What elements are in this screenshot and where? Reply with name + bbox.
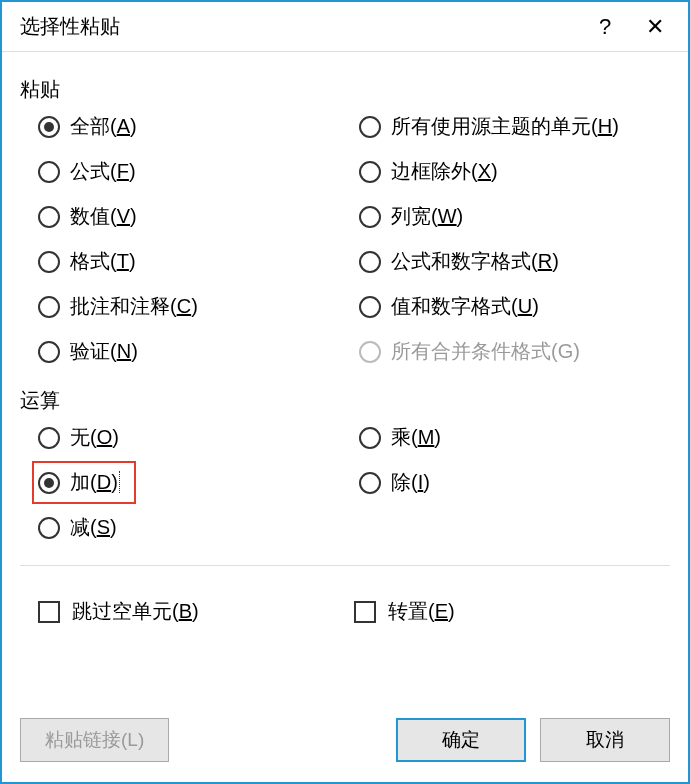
radio-paste-formats[interactable]: 格式(T) bbox=[38, 248, 349, 275]
help-icon: ? bbox=[599, 14, 611, 40]
radio-paste-formulas[interactable]: 公式(F) bbox=[38, 158, 349, 185]
radio-paste-validation[interactable]: 验证(N) bbox=[38, 338, 349, 365]
radio-paste-all[interactable]: 全部(A) bbox=[38, 113, 349, 140]
radio-paste-except-borders[interactable]: 边框除外(X) bbox=[359, 158, 670, 185]
radio-label: 格式(T) bbox=[70, 248, 136, 275]
radio-label: 无(O) bbox=[70, 424, 119, 451]
radio-label: 批注和注释(C) bbox=[70, 293, 198, 320]
radio-label: 全部(A) bbox=[70, 113, 137, 140]
radio-label: 值和数字格式(U) bbox=[391, 293, 539, 320]
checkbox-label: 跳过空单元(B) bbox=[72, 598, 199, 625]
radio-label: 所有使用源主题的单元(H) bbox=[391, 113, 619, 140]
paste-link-button: 粘贴链接(L) bbox=[20, 718, 169, 762]
radio-icon bbox=[359, 472, 381, 494]
checkbox-icon bbox=[38, 601, 60, 623]
radio-icon bbox=[38, 427, 60, 449]
radio-op-none[interactable]: 无(O) bbox=[38, 424, 349, 451]
radio-paste-source-theme[interactable]: 所有使用源主题的单元(H) bbox=[359, 113, 670, 140]
radio-icon bbox=[359, 427, 381, 449]
close-icon: ✕ bbox=[646, 14, 664, 40]
radio-icon bbox=[38, 517, 60, 539]
checkbox-row: 跳过空单元(B) 转置(E) bbox=[20, 598, 670, 625]
radio-icon bbox=[38, 251, 60, 273]
radio-icon bbox=[359, 116, 381, 138]
checkbox-transpose[interactable]: 转置(E) bbox=[354, 598, 670, 625]
paste-special-dialog: 选择性粘贴 ? ✕ 粘贴 全部(A) 所有使用源主题的单元(H) 公式(F) 边… bbox=[0, 0, 690, 784]
radio-icon bbox=[38, 161, 60, 183]
radio-label: 边框除外(X) bbox=[391, 158, 498, 185]
radio-paste-col-widths[interactable]: 列宽(W) bbox=[359, 203, 670, 230]
section-operation-label: 运算 bbox=[20, 387, 670, 414]
radio-label: 除(I) bbox=[391, 469, 430, 496]
radio-label: 所有合并条件格式(G) bbox=[391, 338, 580, 365]
operation-options-grid: 无(O) 乘(M) 加(D) 除(I) 减(S) bbox=[20, 424, 670, 541]
radio-op-div[interactable]: 除(I) bbox=[359, 469, 670, 496]
radio-paste-formulas-num[interactable]: 公式和数字格式(R) bbox=[359, 248, 670, 275]
radio-label: 公式(F) bbox=[70, 158, 136, 185]
close-button[interactable]: ✕ bbox=[630, 2, 680, 52]
radio-icon bbox=[38, 116, 60, 138]
radio-paste-values[interactable]: 数值(V) bbox=[38, 203, 349, 230]
ok-button[interactable]: 确定 bbox=[396, 718, 526, 762]
cancel-button[interactable]: 取消 bbox=[540, 718, 670, 762]
radio-label: 公式和数字格式(R) bbox=[391, 248, 559, 275]
checkbox-icon bbox=[354, 601, 376, 623]
radio-label: 乘(M) bbox=[391, 424, 441, 451]
radio-label: 减(S) bbox=[70, 514, 117, 541]
radio-op-sub[interactable]: 减(S) bbox=[38, 514, 349, 541]
radio-icon bbox=[359, 296, 381, 318]
checkbox-label: 转置(E) bbox=[388, 598, 455, 625]
radio-icon bbox=[38, 296, 60, 318]
radio-icon bbox=[359, 251, 381, 273]
radio-label: 列宽(W) bbox=[391, 203, 463, 230]
titlebar: 选择性粘贴 ? ✕ bbox=[2, 2, 688, 52]
radio-paste-comments[interactable]: 批注和注释(C) bbox=[38, 293, 349, 320]
button-row: 粘贴链接(L) 确定 取消 bbox=[2, 708, 688, 782]
paste-options-grid: 全部(A) 所有使用源主题的单元(H) 公式(F) 边框除外(X) 数值(V) bbox=[20, 113, 670, 365]
radio-icon bbox=[359, 206, 381, 228]
section-paste-label: 粘贴 bbox=[20, 76, 670, 103]
radio-label: 加(D) bbox=[70, 469, 120, 496]
radio-op-add[interactable]: 加(D) bbox=[32, 461, 136, 504]
radio-paste-values-num[interactable]: 值和数字格式(U) bbox=[359, 293, 670, 320]
radio-icon bbox=[38, 472, 60, 494]
divider bbox=[20, 565, 670, 566]
checkbox-skip-blanks[interactable]: 跳过空单元(B) bbox=[38, 598, 354, 625]
dialog-title: 选择性粘贴 bbox=[20, 13, 580, 40]
help-button[interactable]: ? bbox=[580, 2, 630, 52]
radio-icon bbox=[359, 341, 381, 363]
dialog-content: 粘贴 全部(A) 所有使用源主题的单元(H) 公式(F) 边框除外(X) bbox=[2, 52, 688, 708]
radio-icon bbox=[359, 161, 381, 183]
radio-label: 数值(V) bbox=[70, 203, 137, 230]
radio-label: 验证(N) bbox=[70, 338, 138, 365]
radio-paste-merge-cond: 所有合并条件格式(G) bbox=[359, 338, 670, 365]
radio-icon bbox=[38, 206, 60, 228]
radio-icon bbox=[38, 341, 60, 363]
radio-op-mul[interactable]: 乘(M) bbox=[359, 424, 670, 451]
